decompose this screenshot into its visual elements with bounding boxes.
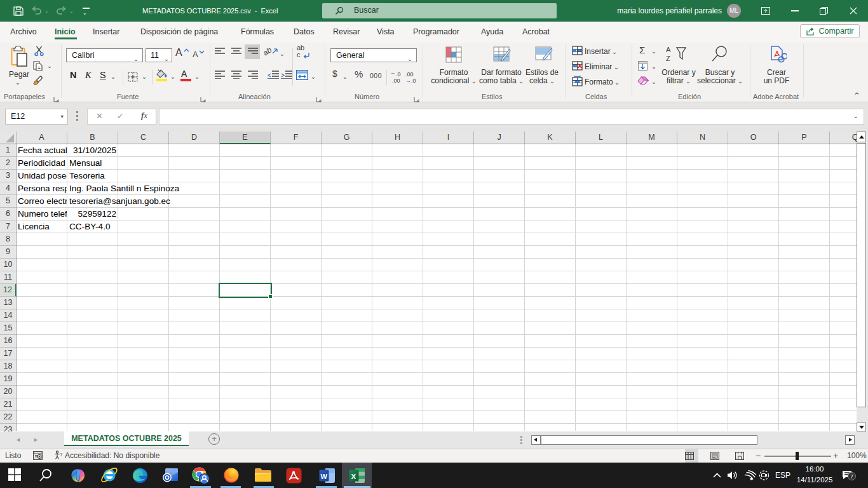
svg-text:A: A bbox=[666, 46, 671, 53]
svg-text:W: W bbox=[321, 473, 328, 480]
svg-text:Z: Z bbox=[666, 55, 670, 62]
svg-text:X: X bbox=[351, 473, 356, 480]
svg-text:?: ? bbox=[60, 452, 63, 458]
